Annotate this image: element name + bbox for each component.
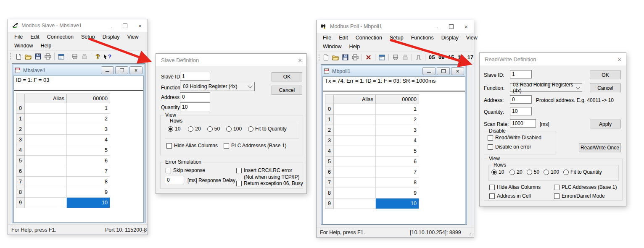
menu-file[interactable]: File <box>319 34 335 42</box>
close-button[interactable]: × <box>132 19 148 32</box>
row-header-cell[interactable]: 3 <box>325 136 334 146</box>
alias-cell[interactable] <box>334 146 376 157</box>
alias-cell[interactable] <box>334 188 376 198</box>
child-close-button[interactable]: × <box>451 67 464 75</box>
hide-alias-checkbox[interactable]: Hide Alias Columns <box>489 184 541 190</box>
child-close-button[interactable]: × <box>129 66 143 74</box>
address-column-header[interactable]: 00000 <box>67 94 110 103</box>
radio-rows-10[interactable]: 10 <box>168 126 180 132</box>
response-delay-input[interactable] <box>165 176 184 184</box>
menu-window[interactable]: Window <box>319 43 345 50</box>
ok-button[interactable]: OK <box>590 70 621 79</box>
value-cell-selected[interactable]: 10 <box>67 198 110 208</box>
alias-cell[interactable] <box>25 198 67 208</box>
dialog-titlebar[interactable]: Slave Definition × <box>156 54 306 66</box>
radio-rows-100[interactable]: 100 <box>226 126 242 132</box>
row-header-cell[interactable]: 7 <box>16 177 25 187</box>
slave-id-input[interactable] <box>510 70 532 78</box>
value-cell-selected[interactable]: 10 <box>376 198 419 209</box>
toolbar-grip[interactable] <box>319 54 319 61</box>
row-header-cell[interactable]: 0 <box>325 104 334 115</box>
alias-cell[interactable] <box>334 198 376 209</box>
row-header-cell[interactable]: 6 <box>325 167 334 178</box>
cancel-button[interactable]: Cancel <box>272 86 302 95</box>
hide-alias-checkbox[interactable]: Hide Alias Columns <box>166 143 218 149</box>
row-header-cell[interactable]: 4 <box>16 145 25 156</box>
minimize-button[interactable] <box>102 19 117 32</box>
menu-setup[interactable]: Setup <box>77 33 99 41</box>
resize-grip[interactable] <box>468 232 472 236</box>
row-header-cell[interactable]: 0 <box>16 103 25 114</box>
row-header-cell[interactable]: 1 <box>325 115 334 125</box>
address-input[interactable] <box>180 92 210 101</box>
value-cell[interactable]: 1 <box>376 104 419 115</box>
menu-edit[interactable]: Edit <box>26 33 43 41</box>
address-in-cell-checkbox[interactable]: Address in Cell <box>489 193 531 199</box>
menu-view[interactable]: View <box>462 34 481 42</box>
ok-button[interactable]: OK <box>272 72 302 81</box>
radio-rows-50[interactable]: 50 <box>527 169 539 175</box>
insert-crc-error-checkbox[interactable]: Insert CRC/LRC error <box>236 167 292 173</box>
function-15-button[interactable]: 15 <box>448 55 454 60</box>
child-restore-button[interactable] <box>115 66 128 74</box>
cancel-button[interactable]: Cancel <box>590 84 621 92</box>
alias-cell[interactable] <box>334 178 376 188</box>
menu-connection[interactable]: Connection <box>43 33 77 41</box>
value-cell[interactable]: 6 <box>67 156 110 166</box>
alias-cell[interactable] <box>334 157 376 167</box>
function-dropdown[interactable]: 03 Read Holding Registers (4x) <box>510 83 582 92</box>
row-header-cell[interactable]: 8 <box>16 187 25 198</box>
dialog-close-button[interactable]: × <box>298 57 302 64</box>
menu-display[interactable]: Display <box>99 33 124 41</box>
row-header-cell[interactable]: 7 <box>325 178 334 188</box>
mbslave1-titlebar[interactable]: Mbslave1 × <box>13 65 144 76</box>
value-cell[interactable]: 4 <box>376 136 419 146</box>
alias-cell[interactable] <box>25 177 67 187</box>
skip-response-checkbox[interactable]: Skip response <box>166 167 205 173</box>
dialog-close-button[interactable]: × <box>618 56 621 63</box>
slave-titlebar[interactable]: Modbus Slave - Mbslave1 × <box>8 19 148 32</box>
maximize-button[interactable] <box>117 19 132 32</box>
radio-rows-20[interactable]: 20 <box>188 126 201 132</box>
enron-daniel-checkbox[interactable]: Enron/Daniel Mode <box>554 193 605 199</box>
radio-rows-100[interactable]: 100 <box>544 169 559 175</box>
scan-rate-input[interactable] <box>510 119 536 128</box>
menu-connection[interactable]: Connection <box>352 34 386 42</box>
function-16-button[interactable]: 16 <box>458 55 464 60</box>
row-header-cell[interactable]: 9 <box>16 198 25 208</box>
value-cell[interactable]: 8 <box>67 177 110 187</box>
plc-addresses-checkbox[interactable]: PLC Addresses (Base 1) <box>554 184 617 190</box>
menu-view[interactable]: View <box>124 33 143 41</box>
read-write-disabled-checkbox[interactable]: Read/Write Disabled <box>488 135 541 141</box>
alias-cell[interactable] <box>25 187 67 198</box>
close-button[interactable]: × <box>459 20 474 33</box>
value-cell[interactable]: 5 <box>67 145 110 156</box>
value-cell[interactable]: 5 <box>376 146 419 157</box>
radio-fit-to-quantity[interactable]: Fit to Quantity <box>563 169 602 175</box>
function-05-button[interactable]: 05 <box>429 55 435 60</box>
alias-cell[interactable] <box>334 167 376 178</box>
value-cell[interactable]: 9 <box>67 187 110 198</box>
address-input[interactable] <box>510 95 532 104</box>
alias-column-header[interactable]: Alias <box>334 94 376 104</box>
value-cell[interactable]: 1 <box>67 103 110 114</box>
dialog-titlebar[interactable]: Read/Write Definition × <box>480 53 626 65</box>
alias-cell[interactable] <box>25 103 67 114</box>
value-cell[interactable]: 3 <box>67 124 110 135</box>
toolbar-grip[interactable] <box>10 53 12 60</box>
row-header-cell[interactable]: 1 <box>16 114 25 124</box>
alias-cell[interactable] <box>334 136 376 146</box>
alias-cell[interactable] <box>25 135 67 145</box>
menu-edit[interactable]: Edit <box>335 34 352 42</box>
return-exception-checkbox[interactable]: Return exception 06, Busy <box>236 180 303 186</box>
row-header-cell[interactable]: 5 <box>16 156 25 166</box>
value-cell[interactable]: 9 <box>376 188 419 198</box>
row-header-cell[interactable]: 4 <box>325 146 334 157</box>
menu-setup[interactable]: Setup <box>386 34 407 42</box>
row-header-cell[interactable]: 3 <box>16 135 25 145</box>
menu-file[interactable]: File <box>11 33 26 41</box>
child-restore-button[interactable] <box>437 67 450 75</box>
alias-cell[interactable] <box>25 145 67 156</box>
alias-cell[interactable] <box>25 156 67 166</box>
menu-display[interactable]: Display <box>438 34 462 42</box>
